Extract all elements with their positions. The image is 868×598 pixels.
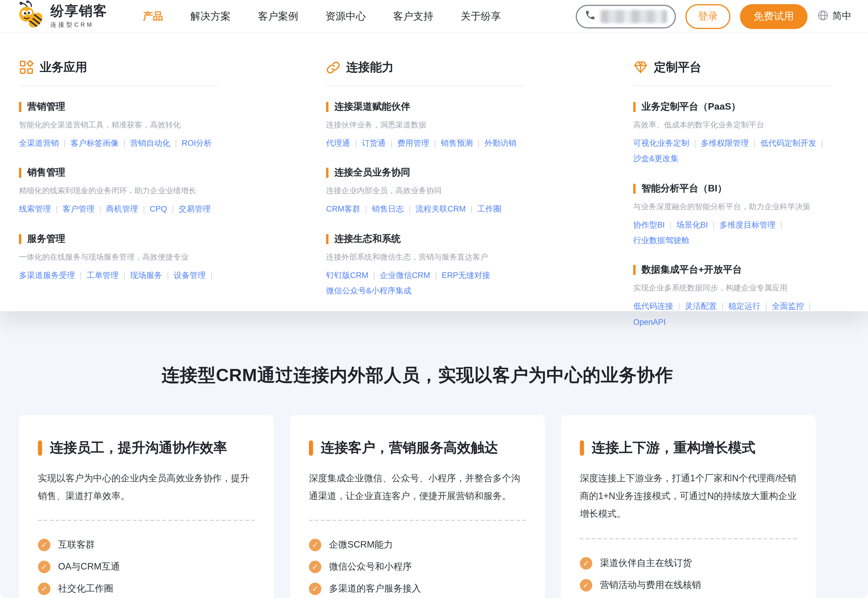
nav-item-4[interactable]: 资源中心 xyxy=(325,9,366,23)
menu-link[interactable]: 多维权限管理 xyxy=(701,139,749,148)
menu-link[interactable]: 商机管理 xyxy=(106,205,138,214)
separator: | xyxy=(678,302,680,311)
menu-link[interactable]: 全渠道营销 xyxy=(19,139,59,148)
phone-pill[interactable] xyxy=(576,4,676,28)
separator: | xyxy=(80,271,82,280)
menu-section-desc: 智能化的全渠道营销工具，精准获客，高效转化 xyxy=(19,120,218,130)
check-icon: ✓ xyxy=(38,583,50,595)
separator: | xyxy=(172,205,174,214)
menu-section-title[interactable]: 连接渠道赋能伙伴 xyxy=(326,101,525,113)
menu-section-links: CRM客群|销售日志|流程关联CRM|工作圈 xyxy=(326,202,525,218)
card-title-row: 连接员工，提升沟通协作效率 xyxy=(38,439,255,457)
menu-section: 连接生态和系统连接外部系统和微信生态，营销与服务直达客户钉钉版CRM|企业微信C… xyxy=(326,233,525,299)
menu-section-title[interactable]: 服务管理 xyxy=(19,233,218,245)
card-list-item: ✓OA与CRM互通 xyxy=(38,561,255,573)
menu-section-title[interactable]: 销售管理 xyxy=(19,167,218,179)
menu-section-title[interactable]: 智能分析平台（BI） xyxy=(633,182,832,195)
menu-link[interactable]: 营销自动化 xyxy=(130,139,170,148)
menu-link[interactable]: 可视化业务定制 xyxy=(633,139,689,148)
language-switcher[interactable]: 简中 xyxy=(817,9,852,23)
menu-link[interactable]: 工作圈 xyxy=(477,205,501,214)
nav-item-6[interactable]: 关于纷享 xyxy=(461,9,501,23)
section-heading: 连接型CRM通过连接内外部人员，实现以客户为中心的业务协作 xyxy=(19,363,816,387)
separator: | xyxy=(167,271,169,280)
menu-link[interactable]: 客户管理 xyxy=(63,205,94,214)
menu-link[interactable]: 场景化BI xyxy=(676,220,708,229)
menu-section-title[interactable]: 业务定制平台（PaaS） xyxy=(633,101,832,113)
menu-link[interactable]: 多维度目标管理 xyxy=(720,220,775,229)
menu-link[interactable]: 现场服务 xyxy=(130,271,162,280)
menu-link[interactable]: 线索管理 xyxy=(19,205,51,214)
menu-section: 智能分析平台（BI）与业务深度融合的智能分析平台，助力企业科学决策协作型BI|场… xyxy=(633,182,832,248)
separator: | xyxy=(123,271,126,280)
accent-bar xyxy=(19,234,21,244)
nav-right: 登录 免费试用 简中 xyxy=(576,4,852,29)
nav-item-3[interactable]: 客户案例 xyxy=(258,9,298,23)
brand-logo[interactable]: 纷享销客 连接型CRM xyxy=(18,0,107,32)
menu-link[interactable]: 企业微信CRM xyxy=(380,271,431,280)
menu-section-title[interactable]: 营销管理 xyxy=(19,101,218,113)
menu-link[interactable]: 低代码连接 xyxy=(633,302,673,311)
menu-column-title: 连接能力 xyxy=(346,59,394,75)
brand-subtitle: 连接型CRM xyxy=(50,21,107,29)
card-feature-list: ✓互联客群✓OA与CRM互通✓社交化工作圈 xyxy=(38,539,255,595)
menu-link[interactable]: 稳定运行 xyxy=(728,302,760,311)
card-list-item: ✓社交化工作圈 xyxy=(38,583,255,595)
separator: | xyxy=(809,302,811,311)
separator: | xyxy=(434,139,436,148)
menu-link[interactable]: 交易管理 xyxy=(179,205,211,214)
menu-link[interactable]: CRM客群 xyxy=(326,205,361,214)
menu-section: 营销管理智能化的全渠道营销工具，精准获客，高效转化全渠道营销|客户标签画像|营销… xyxy=(19,101,218,151)
phone-icon xyxy=(585,9,596,23)
menu-section-links: 全渠道营销|客户标签画像|营销自动化|ROI分析 xyxy=(19,136,218,151)
menu-section-title[interactable]: 连接生态和系统 xyxy=(326,233,525,245)
menu-link[interactable]: 工单管理 xyxy=(87,271,118,280)
menu-column: 连接能力连接渠道赋能伙伴连接伙伴业务，洞悉渠道数据代理通|订货通|费用管理|销售… xyxy=(326,59,525,345)
menu-link[interactable]: 费用管理 xyxy=(397,139,429,148)
menu-link[interactable]: 订货通 xyxy=(362,139,386,148)
menu-link[interactable]: OpenAPI xyxy=(633,317,666,326)
nav-item-5[interactable]: 客户支持 xyxy=(393,9,433,23)
menu-link[interactable]: 设备管理 xyxy=(174,271,206,280)
menu-section-desc: 一体化的在线服务与现场服务管理，高效便捷专业 xyxy=(19,251,218,262)
menu-link[interactable]: 协作型BI xyxy=(633,220,665,229)
menu-link[interactable]: 灵活配置 xyxy=(685,302,717,311)
menu-link[interactable]: CPQ xyxy=(150,205,167,214)
separator: | xyxy=(409,205,411,214)
separator: | xyxy=(670,220,672,229)
menu-link[interactable]: ROI分析 xyxy=(182,139,212,148)
menu-link[interactable]: ERP无缝对接 xyxy=(442,271,490,280)
dashed-divider xyxy=(580,538,797,539)
menu-section-desc: 连接伙伴业务，洞悉渠道数据 xyxy=(326,120,525,130)
menu-section-links: 多渠道服务受理|工单管理|现场服务|设备管理| xyxy=(19,268,218,283)
menu-link[interactable]: 销售日志 xyxy=(372,205,404,214)
dashed-divider xyxy=(309,520,526,521)
feature-card: 连接上下游，重构增长模式深度连接上下游业务，打通1个厂家和N个代理商/经销商的1… xyxy=(561,415,816,598)
menu-link[interactable]: 行业数据驾驶舱 xyxy=(633,236,689,245)
menu-link[interactable]: 外勤访销 xyxy=(484,139,516,148)
menu-link[interactable]: 低代码定制开发 xyxy=(760,139,816,148)
link-icon xyxy=(326,60,340,75)
menu-link[interactable]: 钉钉版CRM xyxy=(326,271,368,280)
menu-link[interactable]: 多渠道服务受理 xyxy=(19,271,75,280)
menu-section-title[interactable]: 连接全员业务协同 xyxy=(326,167,525,179)
separator: | xyxy=(391,139,392,148)
menu-link[interactable]: 流程关联CRM xyxy=(416,205,466,214)
menu-link[interactable]: 沙盒&更改集 xyxy=(633,154,679,163)
nav-item-2[interactable]: 解决方案 xyxy=(190,9,230,23)
menu-link[interactable]: 销售预测 xyxy=(441,139,473,148)
nav-item-1[interactable]: 产品 xyxy=(143,9,163,23)
separator: | xyxy=(821,139,823,148)
menu-section: 连接全员业务协同连接企业内部全员，高效业务协同CRM客群|销售日志|流程关联CR… xyxy=(326,167,525,218)
menu-column: 定制平台业务定制平台（PaaS）高效率、低成本的数字化业务定制平台可视化业务定制… xyxy=(633,59,832,345)
menu-section-title[interactable]: 数据集成平台+开放平台 xyxy=(633,264,832,277)
login-button[interactable]: 登录 xyxy=(685,4,730,29)
menu-link[interactable]: 客户标签画像 xyxy=(70,139,118,148)
content-section: 连接型CRM通过连接内外部人员，实现以客户为中心的业务协作 连接员工，提升沟通协… xyxy=(0,311,868,598)
dashed-divider xyxy=(38,520,255,521)
menu-column: 业务应用营销管理智能化的全渠道营销工具，精准获客，高效转化全渠道营销|客户标签画… xyxy=(19,59,218,345)
menu-link[interactable]: 全面监控 xyxy=(772,302,804,311)
free-trial-button[interactable]: 免费试用 xyxy=(740,4,808,29)
menu-link[interactable]: 微信公众号&小程序集成 xyxy=(326,286,412,295)
menu-link[interactable]: 代理通 xyxy=(326,139,350,148)
